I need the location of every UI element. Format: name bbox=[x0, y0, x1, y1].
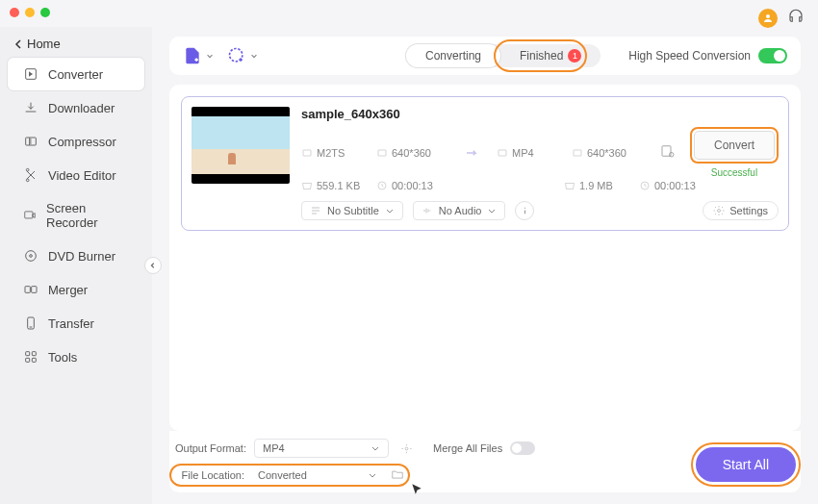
svg-rect-7 bbox=[32, 287, 37, 293]
svg-point-5 bbox=[30, 255, 33, 258]
dst-size: 1.9 MB bbox=[564, 180, 624, 191]
sidebar-item-tools[interactable]: Tools bbox=[8, 340, 144, 373]
toolbar: Converting Finished 1 High Speed Convers… bbox=[169, 37, 801, 75]
svg-rect-11 bbox=[26, 358, 30, 362]
home-button[interactable]: Home bbox=[0, 31, 152, 57]
sidebar-item-compressor[interactable]: Compressor bbox=[8, 125, 144, 158]
svg-rect-6 bbox=[25, 287, 30, 293]
sidebar-item-transfer[interactable]: Transfer bbox=[8, 307, 144, 340]
sidebar-item-converter[interactable]: Converter bbox=[8, 58, 144, 90]
sidebar-collapse-handle[interactable] bbox=[144, 257, 162, 274]
video-thumbnail[interactable] bbox=[192, 107, 290, 184]
footer: Output Format: MP4 Merge All Files bbox=[169, 431, 801, 492]
support-icon[interactable] bbox=[787, 8, 805, 29]
avatar[interactable] bbox=[758, 9, 778, 28]
svg-point-23 bbox=[405, 447, 408, 450]
svg-point-4 bbox=[26, 251, 37, 262]
svg-rect-15 bbox=[378, 150, 386, 156]
sidebar-item-label: Video Editor bbox=[48, 168, 116, 183]
cursor-icon bbox=[410, 483, 423, 496]
highlight-start-all: Start All bbox=[691, 442, 801, 487]
tab-finished[interactable]: Finished 1 bbox=[500, 44, 601, 67]
add-circle-button[interactable] bbox=[227, 46, 258, 65]
svg-rect-16 bbox=[498, 150, 506, 156]
sidebar-item-label: Transfer bbox=[48, 316, 94, 331]
merge-toggle[interactable] bbox=[510, 441, 535, 455]
dst-duration: 00:00:13 bbox=[639, 180, 699, 191]
file-location-label: File Location: bbox=[175, 469, 244, 481]
file-location-dropdown[interactable]: Converted bbox=[250, 466, 385, 484]
svg-rect-17 bbox=[574, 150, 581, 156]
convert-arrow-icon bbox=[462, 142, 483, 164]
high-speed-toggle[interactable] bbox=[758, 48, 787, 63]
dst-resolution: 640*360 bbox=[572, 147, 631, 159]
tab-converting[interactable]: Converting bbox=[406, 44, 500, 67]
maximize-window-icon[interactable] bbox=[40, 8, 50, 17]
sidebar-item-label: Compressor bbox=[48, 135, 116, 149]
sidebar-item-label: Merger bbox=[48, 283, 88, 297]
sidebar-item-merger[interactable]: Merger bbox=[8, 273, 144, 306]
sidebar-item-downloader[interactable]: Downloader bbox=[8, 91, 144, 124]
window-controls bbox=[10, 8, 50, 17]
highlight-file-location: File Location: Converted bbox=[169, 464, 410, 487]
sidebar-item-label: Downloader bbox=[48, 101, 115, 115]
subtitle-dropdown[interactable]: No Subtitle bbox=[301, 201, 403, 220]
svg-point-22 bbox=[718, 210, 721, 213]
sidebar-item-label: DVD Burner bbox=[48, 249, 115, 264]
content-area: sample_640x360 M2TS 640*360 MP4 640*360 bbox=[169, 85, 801, 431]
output-settings-button[interactable] bbox=[396, 439, 416, 458]
output-format-label: Output Format: bbox=[169, 442, 246, 454]
start-all-button[interactable]: Start All bbox=[696, 447, 796, 482]
svg-rect-10 bbox=[32, 352, 36, 356]
sidebar-item-label: Screen Recorder bbox=[46, 201, 129, 230]
convert-button[interactable]: Convert bbox=[694, 131, 775, 160]
add-file-button[interactable] bbox=[183, 46, 214, 65]
info-button[interactable] bbox=[515, 201, 534, 220]
minimize-window-icon[interactable] bbox=[25, 8, 35, 17]
conversion-item: sample_640x360 M2TS 640*360 MP4 640*360 bbox=[181, 96, 789, 231]
open-folder-button[interactable] bbox=[391, 467, 404, 483]
sidebar-item-dvd-burner[interactable]: DVD Burner bbox=[8, 239, 144, 272]
src-resolution: 640*360 bbox=[376, 147, 436, 159]
dst-format[interactable]: MP4 bbox=[497, 147, 556, 159]
item-title: sample_640x360 bbox=[301, 107, 779, 121]
svg-rect-9 bbox=[26, 352, 30, 356]
highlight-convert-button: Convert bbox=[690, 127, 779, 164]
close-window-icon[interactable] bbox=[10, 8, 19, 17]
sidebar-item-label: Tools bbox=[48, 350, 77, 365]
merge-label: Merge All Files bbox=[433, 442, 502, 454]
finished-badge: 1 bbox=[568, 49, 581, 63]
svg-rect-3 bbox=[25, 212, 33, 218]
status-text: Successful bbox=[711, 167, 757, 178]
home-label: Home bbox=[27, 37, 61, 51]
tab-label: Converting bbox=[425, 49, 481, 63]
sidebar-item-screen-recorder[interactable]: Screen Recorder bbox=[8, 192, 144, 239]
audio-dropdown[interactable]: No Audio bbox=[413, 201, 506, 220]
output-format-dropdown[interactable]: MP4 bbox=[254, 439, 389, 458]
src-duration: 00:00:13 bbox=[376, 180, 436, 191]
svg-point-0 bbox=[766, 14, 770, 18]
svg-rect-14 bbox=[303, 150, 311, 156]
svg-rect-12 bbox=[32, 358, 36, 362]
tabs: Converting Finished 1 bbox=[406, 44, 601, 67]
item-settings-button[interactable]: Settings bbox=[703, 201, 779, 220]
sidebar: Home Converter Downloader Compressor Vid… bbox=[0, 27, 152, 504]
src-format: M2TS bbox=[301, 147, 361, 159]
src-size: 559.1 KB bbox=[301, 180, 361, 191]
tab-label: Finished bbox=[520, 49, 563, 63]
sidebar-item-label: Converter bbox=[48, 67, 103, 82]
sidebar-item-video-editor[interactable]: Video Editor bbox=[8, 159, 144, 191]
high-speed-label: High Speed Conversion bbox=[628, 49, 751, 63]
svg-point-19 bbox=[669, 152, 674, 157]
item-settings-icon[interactable] bbox=[659, 142, 677, 164]
